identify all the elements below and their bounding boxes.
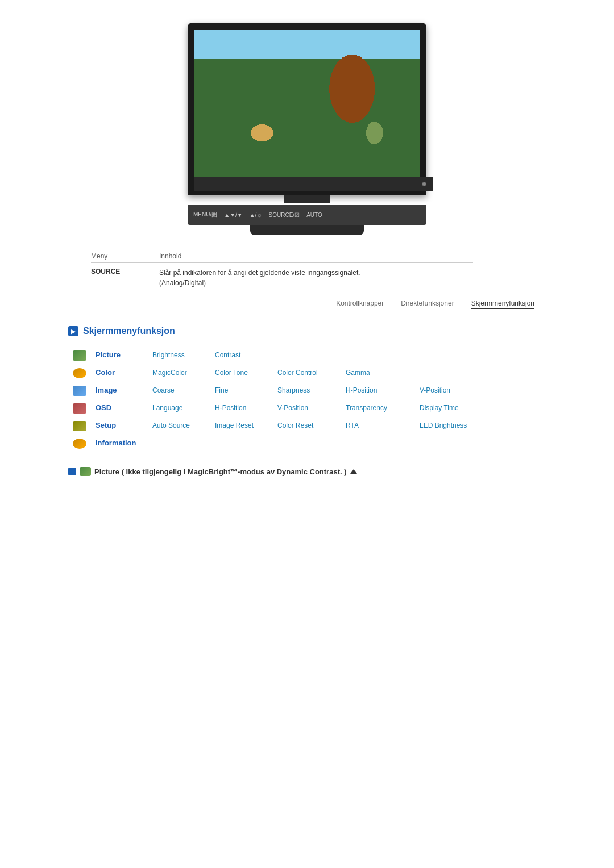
svg-point-3 <box>231 30 294 112</box>
category-image[interactable]: Image <box>96 386 117 394</box>
svg-marker-13 <box>298 82 314 86</box>
category-setup[interactable]: Setup <box>96 421 116 429</box>
category-picture[interactable]: Picture <box>96 350 121 359</box>
table-row: Information <box>68 436 546 453</box>
svg-point-21 <box>282 134 289 141</box>
info-table-header: Meny Innhold <box>91 252 473 263</box>
table-row: Setup Auto Source Image Reset Color Rese… <box>68 418 546 436</box>
svg-point-26 <box>263 115 354 149</box>
svg-point-23 <box>280 132 285 137</box>
table-row: OSD Language H-Position V-Position Trans… <box>68 400 546 418</box>
item-v-position-osd[interactable]: V-Position <box>277 404 308 412</box>
screen-menu-section: ▶ Skjermmenyfunksjon Picture Brightness … <box>68 326 546 478</box>
note-text: Picture ( Ikke tilgjengelig i MagicBrigh… <box>94 468 347 476</box>
svg-point-4 <box>331 30 420 120</box>
section-title-text: Skjermmenyfunksjon <box>83 326 175 336</box>
svg-point-6 <box>334 35 396 115</box>
category-osd[interactable]: OSD <box>96 403 111 412</box>
svg-rect-10 <box>301 91 312 95</box>
item-brightness[interactable]: Brightness <box>152 351 185 359</box>
tab-direktefunksjoner[interactable]: Direktefunksjoner <box>401 299 454 309</box>
item-image-reset[interactable]: Image Reset <box>215 422 254 429</box>
item-gamma[interactable]: Gamma <box>346 369 370 377</box>
item-color-reset[interactable]: Color Reset <box>277 422 313 429</box>
table-row: Image Coarse Fine Sharpness H-Position V… <box>68 383 546 400</box>
svg-rect-8 <box>365 120 379 177</box>
menu-grid: Picture Brightness Contrast Color MagicC… <box>68 348 546 453</box>
tab-skjermmenyfunksjon[interactable]: Skjermmenyfunksjon <box>471 299 534 309</box>
monitor-led <box>422 182 426 186</box>
monitor-section: MENU/囲 ▲▼/▼ ▲/☼ SOURCE/☑ AUTO <box>34 23 580 235</box>
icon-setup <box>73 421 86 431</box>
icon-picture <box>73 350 86 361</box>
monitor-stand-top <box>284 195 330 203</box>
source-label-cell: SOURCE <box>91 268 159 288</box>
table-row: Color MagicColor Color Tone Color Contro… <box>68 365 546 383</box>
item-language[interactable]: Language <box>152 404 182 412</box>
icon-osd <box>73 403 86 414</box>
item-color-tone[interactable]: Color Tone <box>215 369 248 377</box>
nav-tabs: Kontrollknapper Direktefunksjoner Skjerm… <box>34 299 534 309</box>
icon-color <box>73 368 86 378</box>
item-led-brightness[interactable]: LED Brightness <box>420 422 467 429</box>
monitor-screen <box>194 30 420 177</box>
svg-point-1 <box>200 30 280 126</box>
table-row: Picture Brightness Contrast <box>68 348 546 365</box>
item-fine[interactable]: Fine <box>215 386 228 394</box>
monitor-body <box>188 23 426 195</box>
note-icon-picture-small <box>80 467 91 476</box>
svg-point-5 <box>365 30 420 103</box>
svg-point-2 <box>194 30 251 103</box>
item-h-position-img[interactable]: H-Position <box>346 386 377 394</box>
category-information[interactable]: Information <box>96 439 136 447</box>
svg-rect-16 <box>194 135 420 177</box>
adjust-label[interactable]: ▲/☼ <box>250 212 262 218</box>
section-title: ▶ Skjermmenyfunksjon <box>68 326 546 336</box>
svg-point-22 <box>288 132 294 137</box>
monitor-stand-base <box>250 225 364 235</box>
svg-point-25 <box>398 71 406 79</box>
content-col-header: Innhold <box>159 252 181 260</box>
svg-rect-11 <box>302 95 311 100</box>
svg-marker-14 <box>300 86 313 91</box>
monitor-bottom-bar <box>194 177 433 191</box>
item-magiccolor[interactable]: MagicColor <box>152 369 187 377</box>
category-color[interactable]: Color <box>96 368 115 377</box>
svg-point-24 <box>389 76 398 85</box>
source-label[interactable]: SOURCE/☑ <box>269 212 300 218</box>
menu-col-header: Meny <box>91 252 159 260</box>
tab-kontrollknapper[interactable]: Kontrollknapper <box>336 299 384 309</box>
svg-point-27 <box>217 132 285 155</box>
auto-label[interactable]: AUTO <box>306 212 322 218</box>
item-v-position-img[interactable]: V-Position <box>420 386 450 394</box>
item-auto-source[interactable]: Auto Source <box>152 422 190 429</box>
monitor-button-bar: MENU/囲 ▲▼/▼ ▲/☼ SOURCE/☑ AUTO <box>188 205 426 225</box>
item-sharpness[interactable]: Sharpness <box>277 386 310 394</box>
info-row-source: SOURCE Slår på indikatoren for å angi de… <box>91 268 473 288</box>
source-desc: Slår på indikatoren for å angi det gjeld… <box>159 268 360 288</box>
section-title-icon: ▶ <box>68 326 78 336</box>
item-display-time[interactable]: Display Time <box>420 404 459 412</box>
item-contrast[interactable]: Contrast <box>215 351 240 359</box>
svg-rect-7 <box>234 115 246 177</box>
item-transparency[interactable]: Transparency <box>346 404 387 412</box>
svg-rect-0 <box>194 30 420 177</box>
note-arrow-icon <box>350 469 357 474</box>
svg-rect-9 <box>300 86 314 91</box>
svg-point-18 <box>242 145 255 158</box>
icon-image <box>73 386 86 396</box>
item-coarse[interactable]: Coarse <box>152 386 175 394</box>
icon-info <box>73 439 86 449</box>
item-rta[interactable]: RTA <box>346 422 359 429</box>
bottom-note: Picture ( Ikke tilgjengelig i MagicBrigh… <box>68 465 546 478</box>
svg-point-19 <box>263 143 274 155</box>
item-h-position-osd[interactable]: H-Position <box>215 404 246 412</box>
svg-rect-12 <box>304 100 310 117</box>
item-color-control[interactable]: Color Control <box>277 369 318 377</box>
menu-button-label[interactable]: MENU/囲 <box>193 211 217 219</box>
svg-point-17 <box>220 140 237 157</box>
arrows-label[interactable]: ▲▼/▼ <box>224 212 242 218</box>
svg-marker-15 <box>301 91 312 95</box>
info-table: Meny Innhold SOURCE Slår på indikatoren … <box>91 252 473 288</box>
page-wrapper: MENU/囲 ▲▼/▼ ▲/☼ SOURCE/☑ AUTO Meny Innho… <box>0 0 614 507</box>
